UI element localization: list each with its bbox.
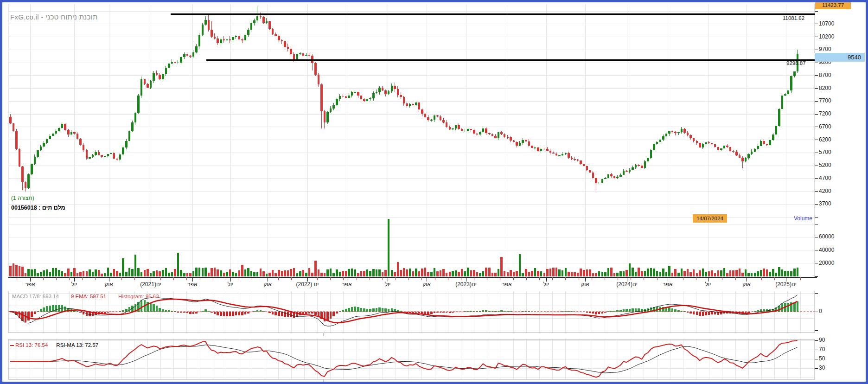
resistance-line-1-price-label: 11081.62 — [783, 15, 804, 21]
volume-panel[interactable] — [8, 213, 815, 277]
price-axis-label: 10200 — [819, 33, 834, 40]
x-axis-month-label: אפר — [342, 281, 351, 288]
macd-zero-axis-label: 0 — [819, 308, 822, 314]
macd-ema-value-label: 9 EMA: 597.51 — [71, 294, 106, 299]
x-axis-month-label: אפר — [187, 281, 197, 288]
rsi-panel[interactable] — [8, 339, 815, 379]
x-axis-month-label: אוק — [105, 281, 113, 288]
resistance-line-2-price-label: 9298.87 — [786, 60, 806, 66]
instrument-name-label: מלם תים : 00156018 — [11, 205, 65, 211]
x-axis-month-label: יול — [705, 281, 711, 288]
macd-histogram-value-label: Histogram: 95.63 — [118, 294, 159, 299]
all-time-high-price-tag: 11423.77 — [815, 1, 851, 9]
price-axis-label: 4200 — [819, 188, 831, 194]
volume-axis-label: 20000 — [819, 260, 834, 266]
x-axis-month-label: ינו(2021) — [140, 281, 161, 288]
x-axis-month-label: ינו(2024) — [616, 281, 638, 288]
x-axis-month-label: יול — [385, 281, 391, 288]
x-axis-month-label: יול — [71, 281, 77, 288]
price-axis-label: 3700 — [819, 200, 831, 207]
price-axis-label: 8200 — [819, 85, 831, 91]
x-axis-month-label: אוק — [263, 281, 272, 288]
volume-axis-label: 40000 — [819, 247, 834, 253]
macd-indicator-labels: MACD 17/8: 693.14 9 EMA: 597.51 Histogra… — [12, 294, 159, 299]
pattern-config-label: (תצורה 1) — [11, 195, 34, 201]
app-title: FxG.co.il - תוכנת ניתוח טכני — [10, 13, 98, 21]
rsi-line-sample-icon — [10, 345, 14, 346]
date-marker-tag: 14/07/2024 — [693, 214, 727, 223]
rsi-axis-label: 30 — [819, 365, 825, 371]
rsi-ma-value-label: RSI-MA 13: 72.57 — [56, 342, 98, 348]
rsi-axis-label: 50 — [819, 355, 825, 362]
price-axis-label: 9700 — [819, 46, 831, 52]
x-axis-month-label: ינו(2023) — [455, 281, 477, 288]
x-axis-month-label: אפר — [502, 281, 511, 288]
x-axis-month-label: אוק — [742, 281, 751, 288]
rsi-value-label: RSI 13: 76.54 — [10, 342, 48, 348]
price-axis-label: 6700 — [819, 123, 831, 130]
price-axis-label: 7200 — [819, 110, 831, 117]
price-axis-label: 8700 — [819, 72, 831, 78]
x-axis-month-label: אפר — [663, 281, 672, 288]
x-axis-month-label: אפר — [25, 281, 35, 288]
price-axis-label: 6200 — [819, 136, 831, 143]
price-axis-label: 10700 — [819, 20, 834, 27]
chart-canvas[interactable] — [0, 0, 868, 384]
rsi-axis-label: 90 — [819, 337, 825, 343]
x-axis-month-label: יול — [228, 281, 234, 288]
current-price-tag: 9540 — [815, 53, 865, 62]
chart-application-window: FxG.co.il - תוכנת ניתוח טכני (תצורה 1) מ… — [0, 0, 868, 384]
price-axis-label: 4700 — [819, 175, 831, 181]
x-axis-month-label: ינו (2022) — [296, 281, 319, 288]
price-axis-label: 5700 — [819, 149, 831, 155]
volume-panel-title: Volume — [784, 215, 812, 222]
macd-value-label: MACD 17/8: 693.14 — [12, 294, 59, 299]
x-axis-month-label: אוק — [422, 281, 431, 288]
rsi-indicator-labels: RSI 13: 76.54 RSI-MA 13: 72.57 — [10, 342, 98, 348]
x-axis-month-label: יול — [543, 281, 549, 288]
x-axis-month-label: אוק — [581, 281, 589, 288]
volume-axis-label: 60000 — [819, 233, 834, 240]
price-axis-label: 7700 — [819, 97, 831, 104]
price-axis-label: 5200 — [819, 162, 831, 168]
rsi-axis-label: 70 — [819, 346, 825, 352]
x-axis-month-label: ינו(2025) — [775, 281, 797, 288]
